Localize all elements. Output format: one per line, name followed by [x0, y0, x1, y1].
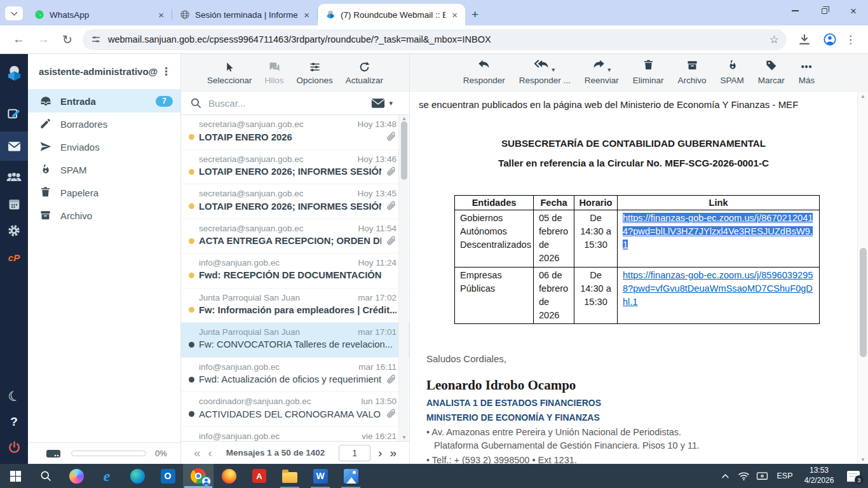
scroll-up-icon[interactable]: ▲: [399, 116, 409, 121]
start-button[interactable]: [0, 464, 31, 488]
address-bar[interactable]: webmail.sanjuan.gob.ec/cpsess9964711463/…: [83, 29, 787, 50]
taskbar-internet-explorer-button[interactable]: e: [92, 464, 122, 488]
delete-button[interactable]: Eliminar: [633, 60, 664, 85]
cpanel-icon[interactable]: cP: [0, 245, 28, 270]
threads-button[interactable]: Hilos: [265, 60, 284, 85]
back-button[interactable]: ←: [6, 32, 31, 46]
read-dot-icon[interactable]: [189, 377, 194, 383]
zoom-link[interactable]: https://finanzas-gob-ec.zoom.us/j/859603…: [623, 270, 813, 307]
close-icon[interactable]: ×: [301, 10, 312, 20]
prev-page-button[interactable]: ‹: [205, 447, 216, 459]
folder-borradores[interactable]: Borradores: [28, 112, 180, 135]
taskbar-firefox-button[interactable]: [214, 464, 244, 488]
site-info-icon[interactable]: [90, 34, 102, 45]
unread-dot-icon[interactable]: [189, 169, 194, 175]
logout-power-icon[interactable]: [0, 435, 28, 460]
forward-button[interactable]: ▾ Reenviar: [585, 60, 619, 85]
notification-center-button[interactable]: 3: [840, 464, 867, 488]
new-tab-button[interactable]: +: [465, 8, 485, 22]
unread-dot-icon[interactable]: [189, 203, 194, 209]
contacts-icon[interactable]: [0, 165, 28, 190]
scroll-down-icon[interactable]: ▼: [858, 457, 868, 463]
unread-dot-icon[interactable]: [189, 238, 194, 244]
browser-tab-informes[interactable]: Sesión terminada | Informes Me ×: [172, 4, 317, 25]
envelope-icon[interactable]: [371, 98, 385, 109]
forward-button[interactable]: →: [31, 32, 56, 46]
folder-archivo[interactable]: Archivo: [28, 204, 180, 227]
message-row[interactable]: Junta Parroquial San Juanmar 17:02 Fw: I…: [181, 288, 409, 323]
read-dot-icon[interactable]: [189, 411, 194, 417]
settings-gear-icon[interactable]: [0, 218, 28, 243]
message-row[interactable]: info@sanjuan.gob.ecmar 16:11 Fwd: Actual…: [181, 358, 409, 393]
account-menu-icon[interactable]: ⋮: [158, 65, 174, 78]
download-icon[interactable]: [797, 32, 811, 46]
minimize-button[interactable]: [780, 0, 810, 22]
zoom-link-selected[interactable]: https://finanzas-gob-ec.zoom.us/j/867021…: [623, 213, 813, 250]
url-text[interactable]: webmail.sanjuan.gob.ec/cpsess9964711463/…: [108, 34, 764, 44]
more-button[interactable]: ••• Más: [799, 60, 815, 85]
scrollbar-thumb[interactable]: [860, 248, 867, 357]
caret-down-icon[interactable]: ▾: [607, 66, 611, 73]
language-indicator[interactable]: ESP: [771, 471, 798, 480]
taskbar-file-explorer-button[interactable]: [275, 464, 305, 488]
folder-enviados[interactable]: Enviados: [28, 135, 180, 158]
taskbar-acrobat-button[interactable]: A: [244, 464, 275, 488]
folder-spam[interactable]: SPAM: [28, 158, 180, 181]
taskbar-photos-button[interactable]: [336, 464, 366, 488]
read-dot-icon[interactable]: [189, 342, 194, 348]
caret-down-icon[interactable]: ▾: [552, 66, 555, 73]
scroll-up-icon[interactable]: ▲: [858, 93, 868, 99]
search-input[interactable]: [208, 98, 367, 109]
tray-chevron-up-icon[interactable]: [716, 464, 735, 488]
taskbar-outlook-button[interactable]: O: [153, 464, 183, 488]
message-row[interactable]: info@sanjuan.gob.ecHoy 11:24 Fwd: RECEPC…: [181, 254, 409, 288]
scroll-down-icon[interactable]: ▼: [399, 435, 409, 440]
message-list-scrollbar[interactable]: ▲ ▼: [398, 115, 409, 441]
scrollbar-thumb[interactable]: [401, 121, 407, 180]
message-row[interactable]: info@sanjuan.gob.ecvie 16:21: [181, 427, 409, 442]
unread-dot-icon[interactable]: [189, 273, 194, 278]
compose-icon[interactable]: [0, 101, 28, 126]
message-row-selected[interactable]: Junta Parroquial San Juanmar 17:01 Fw: C…: [181, 323, 409, 358]
tab-search-button[interactable]: [5, 6, 23, 20]
unread-dot-icon[interactable]: [189, 134, 194, 140]
page-number-input[interactable]: [339, 445, 370, 461]
message-row[interactable]: secretaria@sanjuan.gob.ecHoy 13:46 LOTAI…: [181, 150, 409, 185]
close-icon[interactable]: ×: [449, 10, 460, 20]
wifi-icon[interactable]: [735, 464, 753, 488]
message-row[interactable]: coordinador@sanjuan.gob.eclun 13:50 ACTI…: [181, 392, 409, 427]
taskbar-chrome-button[interactable]: [183, 464, 214, 488]
reply-button[interactable]: Responder: [463, 60, 505, 85]
reading-pane-scrollbar[interactable]: ▲ ▼: [857, 92, 868, 464]
bookmark-star-icon[interactable]: ☆: [770, 33, 779, 46]
browser-menu-icon[interactable]: ⋮: [843, 33, 862, 46]
reload-button[interactable]: ↻: [56, 32, 79, 47]
refresh-button[interactable]: Actualizar: [346, 60, 383, 85]
taskbar-copilot-button[interactable]: [61, 464, 92, 488]
taskbar-clock[interactable]: 13:53 4/2/2026: [798, 466, 840, 485]
mail-icon[interactable]: [0, 132, 28, 161]
calendar-icon[interactable]: [0, 191, 28, 217]
reply-all-button[interactable]: ▾ Responder ...: [519, 60, 571, 85]
spam-button[interactable]: SPAM: [721, 60, 744, 85]
unread-dot-icon[interactable]: [189, 307, 194, 313]
message-row[interactable]: secretaria@sanjuan.gob.ecHoy 13:45 LOTAI…: [181, 184, 409, 219]
message-row[interactable]: secretaria@sanjuan.gob.ecHoy 11:54 ACTA …: [181, 219, 409, 254]
folder-entrada[interactable]: Entrada 7: [28, 90, 180, 112]
wireless-display-icon[interactable]: [753, 464, 771, 488]
message-row[interactable]: secretaria@sanjuan.gob.ecHoy 13:48 LOTAI…: [181, 115, 409, 150]
select-button[interactable]: Seleccionar: [207, 60, 252, 85]
taskbar-edge-button[interactable]: [122, 464, 153, 488]
last-page-button[interactable]: »: [386, 447, 400, 459]
search-scope-caret-icon[interactable]: ▾: [389, 99, 393, 107]
taskbar-word-button[interactable]: W: [305, 464, 336, 488]
next-page-button[interactable]: ›: [374, 447, 386, 459]
taskbar-search-button[interactable]: [31, 464, 61, 488]
folder-papelera[interactable]: Papelera: [28, 181, 180, 204]
close-icon[interactable]: ×: [156, 10, 166, 20]
first-page-button[interactable]: «: [190, 447, 205, 459]
profile-icon[interactable]: [823, 32, 837, 46]
dark-mode-moon-icon[interactable]: ☾: [0, 380, 31, 413]
mark-button[interactable]: Marcar: [758, 60, 785, 85]
restore-button[interactable]: [810, 0, 839, 22]
